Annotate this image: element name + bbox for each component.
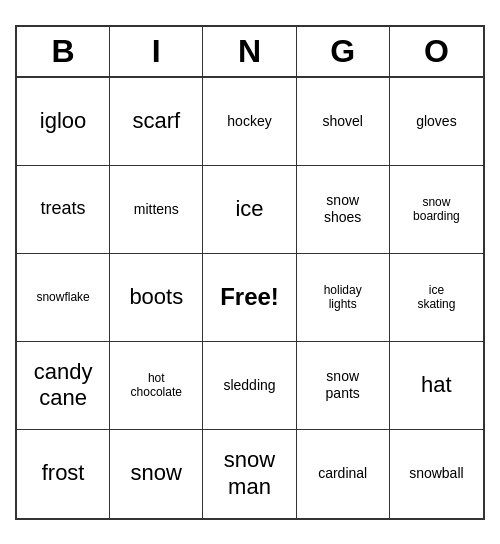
bingo-cell: snow <box>110 430 203 518</box>
bingo-cell: snowshoes <box>297 166 390 254</box>
header-letter: I <box>110 27 203 76</box>
bingo-cell: hotchocolate <box>110 342 203 430</box>
bingo-cell: mittens <box>110 166 203 254</box>
header-letter: N <box>203 27 296 76</box>
bingo-cell: gloves <box>390 78 483 166</box>
bingo-cell: frost <box>17 430 110 518</box>
bingo-cell: igloo <box>17 78 110 166</box>
bingo-cell: scarf <box>110 78 203 166</box>
bingo-cell: Free! <box>203 254 296 342</box>
bingo-cell: holidaylights <box>297 254 390 342</box>
bingo-cell: snowboarding <box>390 166 483 254</box>
bingo-cell: iceskating <box>390 254 483 342</box>
bingo-cell: snowball <box>390 430 483 518</box>
bingo-cell: candycane <box>17 342 110 430</box>
bingo-cell: shovel <box>297 78 390 166</box>
bingo-cell: ice <box>203 166 296 254</box>
bingo-header: BINGO <box>17 27 483 78</box>
bingo-cell: cardinal <box>297 430 390 518</box>
header-letter: G <box>297 27 390 76</box>
bingo-cell: snowman <box>203 430 296 518</box>
bingo-cell: snowpants <box>297 342 390 430</box>
bingo-cell: boots <box>110 254 203 342</box>
header-letter: O <box>390 27 483 76</box>
bingo-cell: sledding <box>203 342 296 430</box>
bingo-cell: hockey <box>203 78 296 166</box>
header-letter: B <box>17 27 110 76</box>
bingo-card: BINGO iglooscarfhockeyshovelglovestreats… <box>15 25 485 520</box>
bingo-cell: snowflake <box>17 254 110 342</box>
bingo-cell: treats <box>17 166 110 254</box>
bingo-grid: iglooscarfhockeyshovelglovestreatsmitten… <box>17 78 483 518</box>
bingo-cell: hat <box>390 342 483 430</box>
